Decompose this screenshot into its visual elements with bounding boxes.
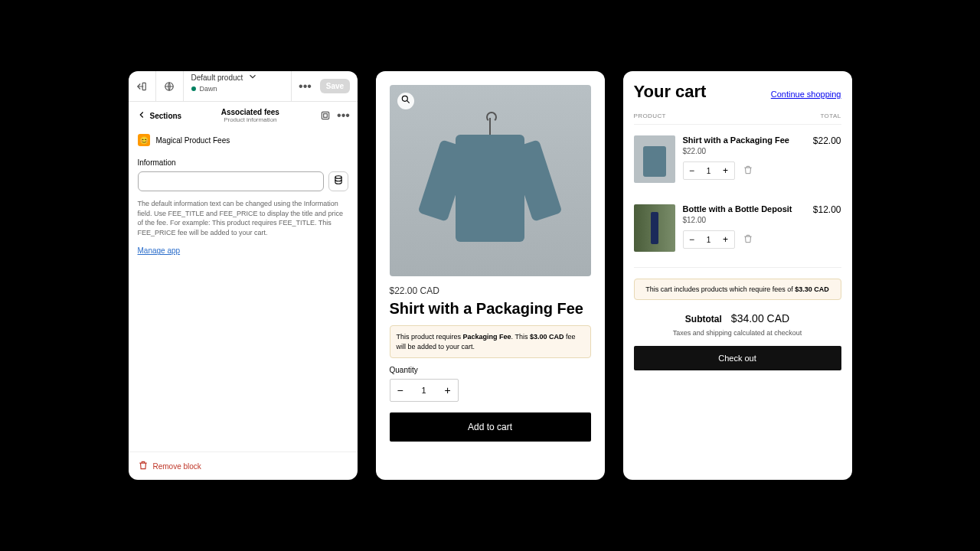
information-label: Information bbox=[138, 158, 348, 167]
cart-quantity-stepper: − 1 + bbox=[683, 161, 735, 180]
cart-item-thumbnail[interactable] bbox=[634, 135, 675, 183]
svg-point-5 bbox=[402, 96, 407, 101]
shirt-illustration bbox=[421, 104, 559, 257]
remove-block-button[interactable]: Remove block bbox=[129, 452, 358, 480]
globe-icon bbox=[163, 80, 175, 93]
information-help-text: The default information text can be chan… bbox=[138, 199, 348, 237]
column-total: TOTAL bbox=[820, 112, 841, 119]
cart-item-total: $22.00 bbox=[813, 135, 841, 183]
cart-quantity-stepper: − 1 + bbox=[683, 230, 735, 249]
svg-point-4 bbox=[335, 176, 341, 179]
chevron-left-icon bbox=[136, 109, 147, 122]
zoom-button[interactable] bbox=[397, 93, 414, 109]
section-title: Associated fees bbox=[188, 108, 312, 116]
cart-qty-increase-button[interactable]: + bbox=[717, 231, 734, 248]
tax-shipping-note: Taxes and shipping calculated at checkou… bbox=[634, 329, 841, 337]
cart-item-thumbnail[interactable] bbox=[634, 204, 675, 252]
editor-header: Default product Dawn ••• Save bbox=[129, 71, 358, 102]
cart-title: Your cart bbox=[634, 82, 707, 102]
app-row[interactable]: 😊 Magical Product Fees bbox=[129, 129, 358, 151]
information-input[interactable] bbox=[138, 171, 324, 191]
cart-qty-decrease-button[interactable]: − bbox=[684, 162, 701, 179]
cart-qty-value: 1 bbox=[701, 236, 717, 244]
dynamic-source-button[interactable] bbox=[328, 171, 348, 191]
product-selector-label: Default product bbox=[191, 73, 243, 82]
product-price: $22.00 CAD bbox=[390, 285, 591, 296]
chevron-down-icon bbox=[247, 71, 258, 83]
back-label: Sections bbox=[150, 112, 182, 120]
cart-item-name[interactable]: Bottle with a Bottle Deposit bbox=[683, 204, 805, 214]
editor-breadcrumb: Sections Associated fees Product informa… bbox=[129, 102, 358, 129]
product-selector[interactable]: Default product Dawn bbox=[184, 71, 292, 101]
save-button[interactable]: Save bbox=[320, 79, 350, 93]
quantity-increase-button[interactable]: + bbox=[438, 380, 458, 401]
cart-item-price: $12.00 bbox=[683, 216, 805, 224]
cart-qty-increase-button[interactable]: + bbox=[717, 162, 734, 179]
remove-item-button[interactable] bbox=[743, 165, 753, 177]
cart-item-name[interactable]: Shirt with a Packaging Fee bbox=[683, 135, 805, 145]
quantity-stepper: − 1 + bbox=[390, 379, 459, 402]
exit-button[interactable] bbox=[129, 71, 156, 101]
database-icon bbox=[333, 174, 344, 188]
product-page-panel: $22.00 CAD Shirt with a Packaging Fee Th… bbox=[376, 71, 605, 480]
quantity-label: Quantity bbox=[390, 366, 591, 374]
subtotal-label: Subtotal bbox=[685, 314, 722, 324]
preview-globe-button[interactable] bbox=[156, 71, 184, 101]
cart-item-total: $12.00 bbox=[813, 204, 841, 252]
section-subtitle: Product information bbox=[188, 116, 312, 123]
theme-name: Dawn bbox=[200, 85, 217, 93]
block-settings-icon[interactable] bbox=[319, 109, 332, 122]
svg-rect-2 bbox=[322, 112, 328, 119]
magnify-icon bbox=[400, 94, 411, 108]
cart-panel: Your cart Continue shopping PRODUCT TOTA… bbox=[623, 71, 852, 480]
continue-shopping-link[interactable]: Continue shopping bbox=[771, 90, 841, 99]
app-name: Magical Product Fees bbox=[156, 136, 230, 145]
cart-fee-notice: This cart includes products which requir… bbox=[634, 279, 841, 300]
cart-item: Bottle with a Bottle Deposit $12.00 − 1 … bbox=[634, 194, 841, 262]
quantity-decrease-button[interactable]: − bbox=[390, 380, 410, 401]
more-menu-button[interactable]: ••• bbox=[292, 71, 319, 101]
theme-editor-panel: Default product Dawn ••• Save Sections A… bbox=[129, 71, 358, 480]
trash-icon bbox=[138, 460, 149, 472]
cart-qty-decrease-button[interactable]: − bbox=[684, 231, 701, 248]
quantity-value: 1 bbox=[410, 386, 438, 395]
cart-qty-value: 1 bbox=[701, 167, 717, 175]
more-options-button[interactable]: ••• bbox=[338, 109, 350, 122]
remove-block-label: Remove block bbox=[153, 462, 201, 471]
app-icon: 😊 bbox=[138, 134, 150, 146]
cart-item-price: $22.00 bbox=[683, 147, 805, 155]
manage-app-link[interactable]: Manage app bbox=[138, 246, 348, 255]
svg-rect-3 bbox=[323, 114, 327, 118]
column-product: PRODUCT bbox=[634, 112, 666, 119]
cart-item: Shirt with a Packaging Fee $22.00 − 1 + … bbox=[634, 125, 841, 194]
subtotal-value: $34.00 CAD bbox=[731, 312, 789, 324]
add-to-cart-button[interactable]: Add to cart bbox=[390, 412, 591, 442]
back-to-sections-button[interactable]: Sections bbox=[136, 109, 182, 122]
dots-icon: ••• bbox=[299, 80, 312, 93]
fee-notice: This product requires Packaging Fee. Thi… bbox=[390, 325, 591, 358]
exit-icon bbox=[136, 80, 148, 93]
product-title: Shirt with a Packaging Fee bbox=[390, 299, 591, 318]
product-image[interactable] bbox=[390, 85, 591, 276]
checkout-button[interactable]: Check out bbox=[634, 346, 841, 370]
remove-item-button[interactable] bbox=[743, 233, 753, 246]
status-dot-icon bbox=[191, 86, 196, 91]
